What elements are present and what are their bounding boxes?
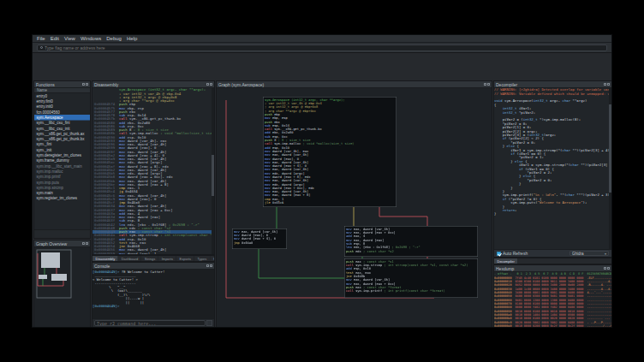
chevron-down-icon: ▾ bbox=[605, 252, 606, 256]
tab-decompiler[interactable]: Decompiler bbox=[494, 258, 518, 264]
graph-overview-panel: Graph Overview bbox=[33, 240, 91, 328]
tab-dashboard[interactable]: Dashboard bbox=[118, 256, 141, 262]
search-icon bbox=[40, 46, 43, 49]
decompiler-engine-select[interactable]: Ghidra ▾ bbox=[569, 251, 609, 256]
decompiler-footer: Auto Refresh Ghidra ▾ bbox=[494, 249, 611, 257]
console-input-row bbox=[92, 318, 214, 327]
tab-imports[interactable]: Imports bbox=[158, 256, 176, 262]
float-icon[interactable] bbox=[604, 83, 606, 86]
function-item[interactable]: sym.__x86.get_pc_thunk.ax bbox=[34, 131, 90, 136]
menu-item-debug[interactable]: Debug bbox=[104, 35, 124, 43]
auto-refresh-checkbox[interactable] bbox=[497, 252, 501, 256]
menu-item-windows[interactable]: Windows bbox=[78, 35, 104, 43]
tab-disassembly[interactable]: Disassembly bbox=[92, 256, 118, 262]
menu-item-help[interactable]: Help bbox=[124, 35, 140, 43]
disassembly-lines: sym.Aerospace (int32_t argc, char **argv… bbox=[92, 88, 214, 254]
close-icon[interactable] bbox=[607, 267, 610, 270]
menu-item-file[interactable]: File bbox=[34, 35, 48, 43]
quick-filter bbox=[34, 229, 90, 238]
decompiler-panel: Decompiler // WARNING: [r2ghidra] Detect… bbox=[493, 80, 612, 258]
hexdump-panel-title: Hexdump bbox=[494, 265, 611, 272]
console-title-label: Console bbox=[94, 264, 110, 269]
graph-panel-title: Graph (sym.Aerospace) bbox=[217, 81, 492, 88]
tab-types[interactable]: Types bbox=[194, 256, 210, 262]
tab-exports[interactable]: Exports bbox=[176, 256, 194, 262]
decompiler-line: // WARNING: Variable defined which shoul… bbox=[494, 92, 611, 95]
disassembly-line[interactable]: 0x00004659mov dword [eax], 1 bbox=[92, 252, 214, 254]
close-icon[interactable] bbox=[86, 83, 88, 86]
graph-overview-title-label: Graph Overview bbox=[36, 241, 67, 246]
float-icon[interactable] bbox=[82, 83, 85, 86]
function-item[interactable]: sym.register_tm_clones bbox=[34, 196, 90, 201]
functions-title-label: Functions bbox=[36, 82, 55, 87]
console-options-button[interactable] bbox=[206, 320, 212, 326]
app-window: FileEditViewWindowsDebugHelp Functions N… bbox=[32, 34, 612, 328]
desktop-background: FileEditViewWindowsDebugHelp Functions N… bbox=[0, 0, 644, 362]
close-icon[interactable] bbox=[86, 242, 88, 245]
tab-search[interactable]: Search bbox=[210, 256, 215, 262]
graph-overview-title: Graph Overview bbox=[34, 240, 90, 247]
graph-node[interactable]: mov eax, dword [var_4h]mov eax, dword [e… bbox=[344, 226, 478, 257]
graph-node[interactable]: push eax ; const char *s1call sym.imp.st… bbox=[344, 258, 478, 298]
decompiler-engine-value: Ghidra bbox=[572, 252, 584, 256]
disassembly-title-label: Disassembly bbox=[94, 82, 118, 87]
tab-strings[interactable]: Strings bbox=[141, 256, 158, 262]
toolbar bbox=[33, 43, 611, 53]
float-icon[interactable] bbox=[206, 264, 209, 267]
decompiler-line: } bbox=[494, 212, 611, 216]
menu-item-edit[interactable]: Edit bbox=[48, 35, 62, 43]
graph-panel: Graph (sym.Aerospace) sym.Aerospace (int… bbox=[216, 80, 492, 328]
search-input[interactable] bbox=[45, 45, 604, 50]
disassembly-panel: Disassembly sym.Aerospace (int32_t argc,… bbox=[92, 80, 215, 255]
auto-refresh-label: Auto Refresh bbox=[503, 251, 528, 256]
close-icon[interactable] bbox=[487, 83, 490, 86]
console-input[interactable] bbox=[94, 320, 206, 326]
decompiler-code: // WARNING: [r2ghidra] Detected overlap … bbox=[494, 88, 611, 217]
functions-panel: Functions Name entry0entry.fini0entry.in… bbox=[33, 80, 91, 239]
overview-graph[interactable] bbox=[34, 247, 90, 327]
console-panel-title: Console bbox=[92, 263, 214, 270]
decompiler-title-label: Decompiler bbox=[496, 82, 517, 87]
hexdump-title-label: Hexdump bbox=[496, 266, 514, 271]
menu-item-view[interactable]: View bbox=[62, 35, 78, 43]
console-output: [0x00004649]> ?E Welcome to Cutter! ____… bbox=[92, 270, 214, 308]
disassembly-tabbar: DisassemblyDashboardStringsImportsExport… bbox=[92, 255, 215, 262]
decompiler-panel-title: Decompiler bbox=[494, 81, 611, 88]
hexdump-rows: - offset - 0 1 2 3 4 5 6 7 8 9 A B C D E… bbox=[494, 272, 611, 327]
disassembly-panel-title: Disassembly bbox=[92, 81, 214, 88]
float-icon[interactable] bbox=[484, 83, 486, 86]
float-icon[interactable] bbox=[206, 83, 209, 86]
menu-bar: FileEditViewWindowsDebugHelp bbox=[33, 35, 611, 43]
function-list: entry0entry.fini0entry.init0fcn.00004560… bbox=[34, 93, 90, 229]
hexdump-panel: Hexdump - offset - 0 1 2 3 4 5 6 7 8 9 A… bbox=[493, 264, 612, 328]
functions-panel-title: Functions bbox=[34, 81, 90, 88]
console-line: [0x00004649]> bbox=[92, 305, 214, 309]
hexdump-row[interactable]: 0x000000d0 0010 0000 0200 0000 0c2f 0000… bbox=[494, 324, 611, 327]
decompiler-tabbar: Decompiler bbox=[493, 258, 612, 264]
graph-title-label: Graph (sym.Aerospace) bbox=[218, 82, 264, 87]
console-panel: Console [0x00004649]> ?E Welcome to Cutt… bbox=[92, 262, 215, 328]
close-icon[interactable] bbox=[210, 83, 212, 86]
close-icon[interactable] bbox=[607, 83, 610, 86]
search-box[interactable] bbox=[37, 45, 607, 51]
float-icon[interactable] bbox=[82, 242, 85, 245]
graph-node[interactable]: mov eax, dword [var_4h]mov dword [eax], … bbox=[232, 228, 287, 249]
graph-node[interactable]: sym.Aerospace (int32_t argc, char **argv… bbox=[263, 97, 397, 207]
float-icon[interactable] bbox=[604, 267, 606, 270]
quick-filter-input[interactable] bbox=[36, 239, 88, 240]
decompiler-scrollbar[interactable] bbox=[609, 88, 611, 249]
disassembly-scrollbar[interactable] bbox=[212, 88, 214, 254]
close-icon[interactable] bbox=[210, 264, 212, 267]
